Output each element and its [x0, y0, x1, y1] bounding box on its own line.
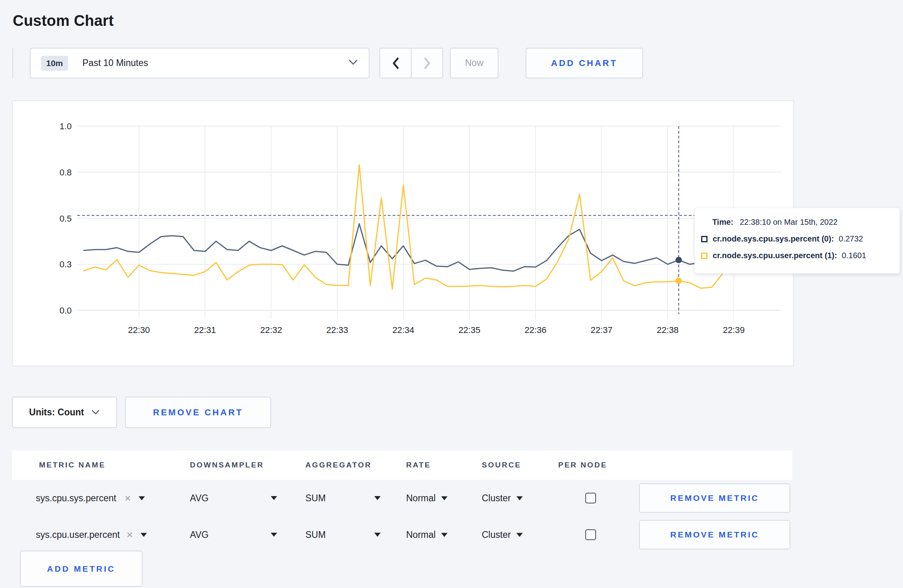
col-header-per-node: PER NODE	[558, 461, 607, 469]
tooltip-series-value: 0.1601	[842, 251, 866, 260]
y-axis-tick-label: 0.0	[59, 306, 72, 315]
chevron-down-icon	[91, 409, 100, 415]
x-axis-tick-label: 22:39	[723, 325, 745, 335]
downsampler-value: AVG	[190, 493, 209, 504]
chart-plot-area[interactable]: 0.00.30.50.81.022:3022:3122:3222:3322:34…	[13, 101, 793, 366]
x-axis-tick-label: 22:33	[326, 325, 348, 335]
tooltip-series-row: cr.node.sys.cpu.sys.percent (0): 0.2732	[701, 234, 891, 243]
toolbar-left-divider	[12, 48, 13, 78]
prev-time-button[interactable]	[380, 49, 411, 78]
tooltip-time-row: Time: 22:38:10 on Mar 15th, 2022	[712, 218, 891, 227]
clear-metric-icon[interactable]: ✕	[124, 493, 131, 503]
dropdown-caret-icon	[141, 533, 147, 537]
per-node-checkbox[interactable]	[585, 493, 596, 504]
units-dropdown[interactable]: Units: Count	[12, 397, 117, 428]
metric-name-value: sys.cpu.sys.percent	[36, 493, 116, 504]
sys-series-swatch-icon	[701, 236, 708, 242]
y-axis-tick-label: 1.0	[59, 121, 72, 131]
time-range-label: Past 10 Minutes	[82, 58, 148, 68]
col-header-downsampler: DOWNSAMPLER	[190, 461, 264, 469]
time-range-selector[interactable]: 10m Past 10 Minutes	[30, 48, 369, 78]
per-node-checkbox[interactable]	[585, 530, 596, 540]
dropdown-caret-icon[interactable]	[271, 533, 277, 537]
crosshair-dot-sys	[676, 257, 682, 263]
tooltip-series-row: cr.node.sys.cpu.user.percent (1): 0.1601	[701, 251, 891, 260]
clear-metric-icon[interactable]: ✕	[126, 530, 133, 539]
metric-name-select[interactable]: sys.cpu.sys.percent ✕	[36, 493, 145, 504]
add-metric-label: ADD METRIC	[47, 564, 115, 574]
add-chart-label: ADD CHART	[551, 58, 618, 68]
dropdown-caret-icon	[441, 496, 448, 500]
metric-name-select[interactable]: sys.cpu.user.percent ✕	[36, 530, 147, 540]
aggregator-value: SUM	[305, 530, 326, 540]
x-axis-tick-label: 22:37	[590, 325, 612, 335]
metrics-table-header: METRIC NAME DOWNSAMPLER AGGREGATOR RATE …	[12, 450, 792, 480]
metric-name-value: sys.cpu.user.percent	[36, 530, 120, 540]
source-select[interactable]: Cluster	[482, 493, 523, 504]
crosshair-dot-user	[676, 278, 682, 284]
chart-card: 0.00.30.50.81.022:3022:3122:3222:3322:34…	[12, 100, 794, 366]
x-axis-tick-label: 22:36	[524, 325, 546, 335]
units-label: Units: Count	[29, 407, 84, 418]
tooltip-series-name: cr.node.sys.cpu.user.percent (1):	[713, 251, 837, 260]
x-axis-tick-label: 22:34	[392, 325, 414, 335]
col-header-metric-name: METRIC NAME	[39, 461, 106, 469]
col-header-rate: RATE	[406, 461, 431, 469]
x-axis-tick-label: 22:31	[194, 325, 216, 335]
user-series-swatch-icon	[701, 253, 708, 259]
tooltip-series-value: 0.2732	[839, 234, 863, 243]
source-value: Cluster	[482, 493, 511, 504]
remove-metric-label: REMOVE METRIC	[670, 530, 759, 539]
add-chart-button[interactable]: ADD CHART	[526, 48, 643, 78]
source-select[interactable]: Cluster	[482, 530, 523, 540]
chevron-left-icon	[391, 57, 401, 70]
y-axis-tick-label: 0.8	[59, 167, 72, 177]
per-node-cell	[585, 530, 596, 540]
table-row: sys.cpu.sys.percent ✕ AVG SUM Normal Clu…	[12, 480, 792, 516]
time-nav-group	[379, 48, 443, 78]
aggregator-value: SUM	[305, 493, 326, 504]
downsampler-select[interactable]: AVG	[190, 530, 209, 540]
aggregator-select[interactable]: SUM	[305, 493, 326, 504]
col-header-source: SOURCE	[482, 461, 521, 469]
dropdown-caret-icon	[516, 496, 523, 500]
x-axis-tick-label: 22:30	[128, 325, 150, 335]
rate-select[interactable]: Normal	[406, 493, 448, 504]
remove-metric-button[interactable]: REMOVE METRIC	[639, 520, 790, 549]
tooltip-time-label: Time:	[712, 218, 733, 227]
rate-select[interactable]: Normal	[406, 530, 448, 540]
add-metric-button[interactable]: ADD METRIC	[20, 551, 143, 587]
remove-metric-label: REMOVE METRIC	[670, 493, 759, 503]
y-axis-tick-label: 0.3	[59, 259, 72, 269]
dropdown-caret-icon[interactable]	[271, 496, 277, 500]
next-time-button[interactable]	[411, 49, 442, 78]
dropdown-caret-icon	[516, 533, 523, 537]
chevron-right-icon	[422, 57, 432, 70]
rate-value: Normal	[406, 493, 436, 504]
x-axis-tick-label: 22:35	[458, 325, 480, 335]
dropdown-caret-icon	[139, 496, 145, 500]
chart-tooltip: Time: 22:38:10 on Mar 15th, 2022 cr.node…	[694, 208, 900, 274]
source-value: Cluster	[482, 530, 511, 540]
x-axis-tick-label: 22:32	[260, 325, 282, 335]
dropdown-caret-icon[interactable]	[374, 496, 381, 500]
x-axis-tick-label: 22:38	[657, 325, 678, 335]
series-line-user	[84, 165, 767, 289]
per-node-cell	[585, 493, 596, 504]
tooltip-time-value: 22:38:10 on Mar 15th, 2022	[740, 218, 838, 227]
remove-chart-label: REMOVE CHART	[153, 407, 243, 418]
chevron-down-icon	[348, 59, 358, 68]
downsampler-value: AVG	[190, 530, 209, 540]
table-row: sys.cpu.user.percent ✕ AVG SUM Normal Cl…	[12, 516, 792, 553]
tooltip-series-name: cr.node.sys.cpu.sys.percent (0):	[713, 234, 834, 243]
now-button[interactable]: Now	[450, 48, 498, 78]
dropdown-caret-icon	[441, 533, 448, 537]
y-axis-tick-label: 0.5	[59, 214, 72, 224]
rate-value: Normal	[406, 530, 436, 540]
aggregator-select[interactable]: SUM	[305, 530, 326, 540]
downsampler-select[interactable]: AVG	[190, 493, 209, 504]
dropdown-caret-icon[interactable]	[374, 533, 381, 537]
remove-chart-button[interactable]: REMOVE CHART	[125, 397, 271, 428]
remove-metric-button[interactable]: REMOVE METRIC	[639, 483, 790, 513]
col-header-aggregator: AGGREGATOR	[305, 461, 372, 469]
